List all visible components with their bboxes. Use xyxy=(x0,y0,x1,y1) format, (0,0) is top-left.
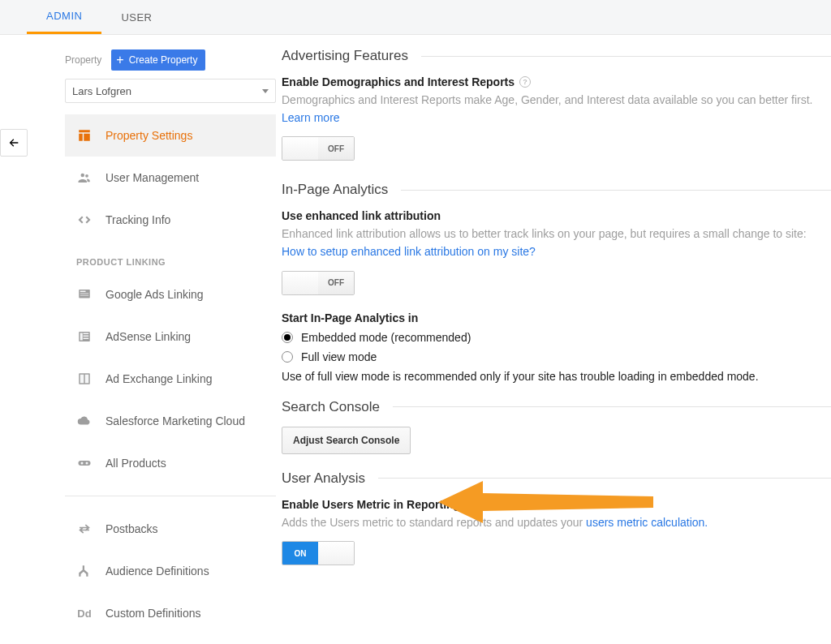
svg-point-15 xyxy=(81,462,84,465)
demographics-label: Enable Demographics and Interest Reports… xyxy=(282,75,831,88)
nav-tracking-info[interactable]: Tracking Info xyxy=(65,199,276,241)
adjust-search-console-button[interactable]: Adjust Search Console xyxy=(282,427,411,454)
section-advertising-features: Advertising Features xyxy=(282,48,831,64)
users-metric-desc: Adds the Users metric to standard report… xyxy=(282,514,831,532)
ela-toggle[interactable]: OFF xyxy=(282,271,355,295)
users-metric-link[interactable]: users metric calculation. xyxy=(586,516,708,529)
adx-icon xyxy=(76,371,93,387)
fullview-note: Use of full view mode is recommended onl… xyxy=(282,370,831,383)
svg-rect-12 xyxy=(80,375,84,384)
nav-label: User Management xyxy=(105,171,199,184)
nav-label: Audience Definitions xyxy=(105,565,209,577)
demographics-toggle[interactable]: OFF xyxy=(282,136,355,161)
tab-user[interactable]: USER xyxy=(101,0,171,34)
users-metric-toggle[interactable]: ON xyxy=(282,541,355,565)
chevron-down-icon xyxy=(262,89,269,93)
users-icon xyxy=(76,170,93,186)
radio-label: Embedded mode (recommended) xyxy=(301,331,471,344)
section-title: Search Console xyxy=(282,399,380,415)
section-inpage-analytics: In-Page Analytics xyxy=(282,182,831,198)
nav-sfmc[interactable]: Salesforce Marketing Cloud xyxy=(65,400,276,442)
svg-rect-9 xyxy=(84,336,89,337)
nav-custom-definitions[interactable]: Dd Custom Definitions xyxy=(65,592,276,634)
nav-label: All Products xyxy=(105,457,166,470)
layout-icon xyxy=(76,127,93,144)
ela-label: Use enhanced link attribution xyxy=(282,209,831,222)
product-linking-header: PRODUCT LINKING xyxy=(65,241,276,273)
svg-point-0 xyxy=(81,174,85,178)
plus-icon: + xyxy=(116,54,123,67)
radio-icon xyxy=(282,351,293,363)
section-title: In-Page Analytics xyxy=(282,182,388,198)
radio-label: Full view mode xyxy=(301,350,377,363)
nav-label: Google Ads Linking xyxy=(105,288,204,301)
svg-rect-7 xyxy=(80,333,83,341)
learn-more-link[interactable]: Learn more xyxy=(282,111,340,124)
back-button[interactable] xyxy=(0,129,28,157)
cloud-icon xyxy=(76,413,93,429)
dd-icon: Dd xyxy=(76,605,93,621)
radio-embedded[interactable]: Embedded mode (recommended) xyxy=(282,331,831,344)
ads-icon xyxy=(76,286,93,303)
create-property-button[interactable]: + Create Property xyxy=(111,49,205,71)
property-nav: Property Settings User Management Tracki… xyxy=(65,114,276,484)
svg-point-16 xyxy=(86,462,88,465)
nav-user-management[interactable]: User Management xyxy=(65,157,276,199)
property-sidebar: Property + Create Property Lars Lofgren … xyxy=(18,35,282,644)
nav-label: Property Settings xyxy=(105,129,192,142)
create-property-label: Create Property xyxy=(129,54,198,66)
branch-icon xyxy=(76,563,93,579)
start-inpage-label: Start In-Page Analytics in xyxy=(282,311,831,324)
toggle-on-label: ON xyxy=(282,542,318,565)
ela-help-link[interactable]: How to setup enhanced link attribution o… xyxy=(282,245,536,258)
property-nav-lower: Postbacks Audience Definitions Dd Custom… xyxy=(65,508,276,634)
help-icon[interactable]: ? xyxy=(519,76,531,88)
section-title: Advertising Features xyxy=(282,48,408,64)
nav-label: Postbacks xyxy=(105,522,158,535)
nav-label: Ad Exchange Linking xyxy=(105,372,213,385)
svg-point-1 xyxy=(85,174,88,178)
nav-divider xyxy=(65,496,276,496)
property-dropdown-value: Lars Lofgren xyxy=(72,85,131,97)
back-column xyxy=(0,35,18,644)
nav-property-settings[interactable]: Property Settings xyxy=(65,114,276,157)
nav-label: Custom Definitions xyxy=(105,607,201,620)
section-search-console: Search Console xyxy=(282,399,831,415)
toggle-off-label: OFF xyxy=(318,272,354,294)
svg-rect-3 xyxy=(80,291,86,293)
toggle-off-label: OFF xyxy=(318,137,354,160)
svg-rect-13 xyxy=(85,375,89,384)
tab-admin[interactable]: ADMIN xyxy=(27,0,101,34)
back-arrow-icon xyxy=(7,136,20,149)
section-title: User Analysis xyxy=(282,470,365,487)
radio-icon xyxy=(282,332,293,343)
nav-label: Tracking Info xyxy=(105,213,170,226)
sync-icon xyxy=(76,521,93,537)
svg-rect-5 xyxy=(80,295,89,296)
nav-label: AdSense Linking xyxy=(105,330,191,343)
users-metric-label: Enable Users Metric in Reporting xyxy=(282,498,831,511)
svg-rect-14 xyxy=(79,461,91,466)
svg-rect-10 xyxy=(84,338,89,340)
settings-content: Advertising Features Enable Demographics… xyxy=(282,35,831,644)
ela-desc: Enhanced link attribution allows us to b… xyxy=(282,225,831,260)
nav-adx[interactable]: Ad Exchange Linking xyxy=(65,358,276,400)
radio-full-view[interactable]: Full view mode xyxy=(282,350,831,363)
link-icon xyxy=(76,455,93,471)
svg-rect-8 xyxy=(84,333,89,335)
svg-rect-4 xyxy=(80,294,89,294)
nav-google-ads[interactable]: Google Ads Linking xyxy=(65,273,276,316)
nav-label: Salesforce Marketing Cloud xyxy=(105,414,245,427)
property-label: Property xyxy=(65,54,101,66)
nav-postbacks[interactable]: Postbacks xyxy=(65,508,276,550)
top-tabs: ADMIN USER xyxy=(0,0,831,35)
nav-adsense[interactable]: AdSense Linking xyxy=(65,316,276,358)
property-dropdown[interactable]: Lars Lofgren xyxy=(65,79,276,103)
demographics-desc: Demographics and Interest Reports make A… xyxy=(282,92,831,127)
adsense-icon xyxy=(76,328,93,345)
nav-audience-definitions[interactable]: Audience Definitions xyxy=(65,550,276,592)
code-icon xyxy=(76,212,93,228)
section-user-analysis: User Analysis xyxy=(282,470,831,487)
nav-all-products[interactable]: All Products xyxy=(65,442,276,484)
